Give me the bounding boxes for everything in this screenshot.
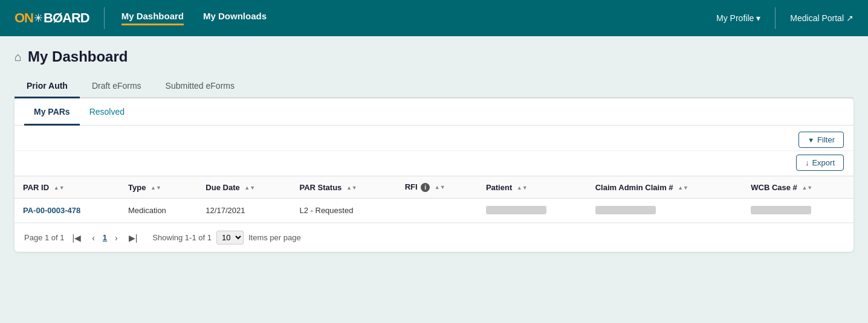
col-par-status[interactable]: PAR Status ▲▼	[291, 176, 396, 199]
col-type[interactable]: Type ▲▼	[120, 176, 197, 199]
sort-icon: ▲▼	[346, 185, 357, 191]
nav-right: My Profile ▾ Medical Portal ↗	[716, 7, 853, 29]
page-header: ⌂ My Dashboard	[15, 48, 853, 65]
logo-on: ON	[15, 10, 33, 26]
nav-link-downloads[interactable]: My Downloads	[203, 11, 267, 25]
logo-star: ✳	[34, 11, 43, 25]
export-icon: ↓	[805, 158, 809, 167]
page-title: My Dashboard	[28, 48, 128, 65]
par-id-link[interactable]: PA-00-0003-478	[23, 206, 80, 215]
filter-icon: ▼	[808, 136, 814, 144]
main-tabs: Prior Auth Draft eForms Submitted eForms	[15, 75, 853, 98]
first-page-button[interactable]: |◀	[70, 232, 85, 244]
cell-type: Medication	[120, 199, 197, 223]
col-due-date[interactable]: Due Date ▲▼	[197, 176, 291, 199]
filter-button[interactable]: ▼ Filter	[798, 132, 844, 148]
chevron-down-icon: ▾	[756, 13, 760, 23]
nav-profile-button[interactable]: My Profile ▾	[716, 13, 760, 23]
sort-icon: ▲▼	[678, 185, 688, 191]
sort-icon: ▲▼	[54, 185, 65, 191]
nav-right-divider	[775, 7, 776, 29]
sort-icon: ▲▼	[435, 185, 445, 190]
sort-icon: ▲▼	[151, 185, 161, 191]
claim-admin-blurred	[595, 206, 656, 214]
last-page-button[interactable]: ▶|	[126, 232, 141, 244]
current-page[interactable]: 1	[103, 233, 107, 242]
cell-par-status: L2 - Requested	[291, 199, 396, 223]
filter-label: Filter	[817, 135, 835, 144]
table-wrapper: PAR ID ▲▼ Type ▲▼ Due Date ▲▼ PAR Stat	[15, 176, 853, 223]
home-icon: ⌂	[15, 50, 22, 64]
par-table: PAR ID ▲▼ Type ▲▼ Due Date ▲▼ PAR Stat	[15, 176, 853, 223]
cell-wcb-case	[742, 199, 853, 223]
external-link-icon: ↗	[846, 13, 853, 23]
tab-submitted-eforms[interactable]: Submitted eForms	[154, 75, 247, 98]
wcb-case-blurred	[751, 206, 811, 214]
main-card: My PARs Resolved ▼ Filter ↓ Export	[15, 98, 853, 252]
nav-divider	[104, 7, 105, 29]
export-button[interactable]: ↓ Export	[796, 155, 844, 171]
tab-my-pars[interactable]: My PARs	[24, 98, 80, 126]
export-toolbar: ↓ Export	[15, 151, 853, 176]
rfi-info-icon[interactable]: i	[421, 183, 430, 192]
prev-page-button[interactable]: ‹	[89, 232, 98, 244]
col-patient[interactable]: Patient ▲▼	[478, 176, 587, 199]
page-content: ⌂ My Dashboard Prior Auth Draft eForms S…	[0, 36, 868, 264]
sort-icon: ▲▼	[244, 185, 255, 191]
col-rfi[interactable]: RFI i ▲▼	[397, 176, 478, 199]
my-profile-label: My Profile	[716, 13, 754, 23]
cell-claim-admin	[587, 199, 743, 223]
next-page-button[interactable]: ›	[112, 232, 121, 244]
col-claim-admin[interactable]: Claim Admin Claim # ▲▼	[587, 176, 743, 199]
items-per-page-label: Items per page	[248, 233, 301, 242]
table-header-row: PAR ID ▲▼ Type ▲▼ Due Date ▲▼ PAR Stat	[15, 176, 853, 199]
tab-resolved[interactable]: Resolved	[80, 98, 134, 126]
patient-blurred	[486, 206, 546, 214]
sort-icon: ▲▼	[517, 185, 528, 191]
col-wcb-case[interactable]: WCB Case # ▲▼	[742, 176, 853, 199]
page-info: Page 1 of 1	[24, 233, 65, 242]
per-page-select[interactable]: 10 25 50	[216, 231, 244, 245]
tab-draft-eforms[interactable]: Draft eForms	[80, 75, 154, 98]
sort-icon: ▲▼	[802, 185, 812, 191]
logo-board: BØARD	[44, 10, 89, 26]
showing-text: Showing 1-1 of 1	[152, 233, 212, 242]
cell-rfi	[397, 199, 478, 223]
table-row: PA-00-0003-478 Medication 12/17/2021 L2 …	[15, 199, 853, 223]
filter-toolbar: ▼ Filter	[15, 126, 853, 151]
inner-tabs: My PARs Resolved	[15, 98, 853, 126]
navigation: ON✳BØARD My Dashboard My Downloads My Pr…	[0, 0, 868, 36]
cell-patient	[478, 199, 587, 223]
cell-par-id: PA-00-0003-478	[15, 199, 120, 223]
cell-due-date: 12/17/2021	[197, 199, 291, 223]
pagination: Page 1 of 1 |◀ ‹ 1 › ▶| Showing 1-1 of 1…	[15, 223, 853, 252]
tab-prior-auth[interactable]: Prior Auth	[15, 75, 80, 98]
nav-links: My Dashboard My Downloads	[121, 11, 716, 25]
medical-portal-button[interactable]: Medical Portal ↗	[790, 13, 853, 23]
export-label: Export	[812, 158, 835, 167]
col-par-id[interactable]: PAR ID ▲▼	[15, 176, 120, 199]
logo[interactable]: ON✳BØARD	[15, 10, 89, 26]
medical-portal-label: Medical Portal	[790, 13, 844, 23]
nav-link-dashboard[interactable]: My Dashboard	[121, 11, 184, 25]
